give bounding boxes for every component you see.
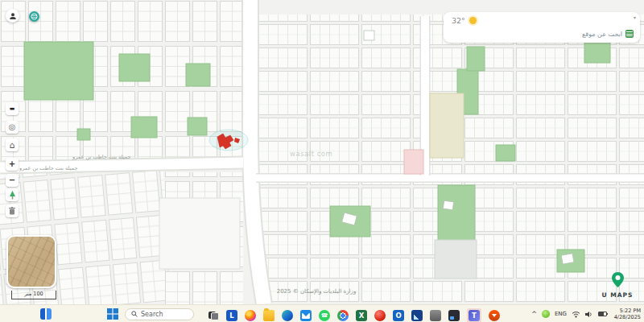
- selected-parcel-marker[interactable]: [209, 130, 248, 151]
- mail-icon[interactable]: [300, 310, 312, 321]
- satellite-view-thumbnail[interactable]: [6, 235, 56, 288]
- clock-date: 4/28/2025: [612, 314, 641, 320]
- chevron-down-icon[interactable]: ▾: [634, 14, 636, 20]
- crosshair-icon: ◎: [9, 123, 16, 131]
- snipping-tool-icon[interactable]: [448, 310, 460, 321]
- teams-icon[interactable]: T: [469, 310, 480, 321]
- firefox-icon[interactable]: [245, 310, 256, 321]
- delete-button[interactable]: [6, 204, 19, 217]
- taskbar-clock[interactable]: 5:22 PM 4/28/2025: [612, 308, 641, 321]
- wifi-icon[interactable]: [572, 311, 580, 318]
- street-name-label: جميلة بنت حاطب بن عمرو: [72, 154, 130, 160]
- plus-icon: +: [9, 160, 15, 168]
- steam-icon[interactable]: [430, 310, 441, 321]
- trash-icon: [9, 207, 15, 215]
- whatsapp-icon[interactable]: ☎: [319, 310, 330, 321]
- tree-icon: [9, 191, 16, 200]
- brand-name: U MAPS: [597, 291, 638, 299]
- beige-zone-block[interactable]: [430, 93, 464, 158]
- windows-taskbar: Search L ☎ X O T ^ ENG: [0, 304, 644, 322]
- edge-icon[interactable]: [282, 310, 293, 321]
- battery-icon[interactable]: [598, 312, 607, 316]
- home-button[interactable]: ⌂: [6, 138, 19, 151]
- legend-button[interactable]: ▬: [6, 102, 19, 115]
- outlook-icon[interactable]: O: [393, 310, 404, 321]
- user-avatar-button[interactable]: [6, 9, 19, 23]
- zoom-in-button[interactable]: +: [6, 158, 19, 171]
- street-name-label: جميلة بنت حاطب بن عمرو: [19, 165, 77, 171]
- grid-menu-icon[interactable]: [625, 30, 634, 38]
- taskbar-search-input[interactable]: Search: [125, 308, 194, 320]
- language-indicator[interactable]: ENG: [555, 311, 567, 317]
- person-icon: [9, 12, 17, 20]
- widgets-icon[interactable]: [40, 308, 52, 320]
- tray-green-app-icon[interactable]: [542, 310, 550, 318]
- scale-label: 100 متر: [24, 291, 43, 297]
- map-header-panel: 32° ابحث عن موقع ▾: [444, 12, 640, 43]
- legend-icon: ▬: [10, 106, 15, 112]
- zoom-out-button[interactable]: −: [6, 174, 19, 187]
- globe-icon: [31, 13, 38, 20]
- search-icon: [131, 311, 138, 317]
- file-explorer-icon[interactable]: [263, 310, 275, 321]
- pink-zone-block[interactable]: [404, 150, 423, 174]
- excel-icon[interactable]: X: [356, 310, 367, 321]
- street-tree-button[interactable]: [6, 188, 19, 201]
- app-l-icon[interactable]: L: [226, 310, 237, 321]
- temperature-value: 32°: [452, 16, 465, 25]
- locate-button[interactable]: ◎: [6, 121, 19, 134]
- gray-zone-block[interactable]: [435, 240, 477, 279]
- brave-icon[interactable]: [489, 310, 500, 321]
- pinned-apps: L ☎ X O T: [208, 308, 500, 322]
- map-search-input[interactable]: ابحث عن موقع: [582, 30, 634, 38]
- taskbar-search-placeholder: Search: [141, 311, 163, 318]
- volume-icon[interactable]: [585, 311, 593, 318]
- start-button[interactable]: [107, 308, 118, 320]
- home-icon: ⌂: [10, 141, 15, 150]
- map-pin-icon: [612, 272, 624, 287]
- task-view-icon[interactable]: [208, 310, 219, 321]
- teams-active-highlight[interactable]: T: [467, 308, 481, 322]
- minus-icon: −: [9, 176, 15, 184]
- map-scale-bar: 100 متر: [11, 291, 56, 299]
- system-tray: ^ ENG 5:22 PM 4/28/2025: [531, 305, 641, 322]
- chrome-icon[interactable]: [337, 310, 349, 321]
- umaps-brand: U MAPS: [597, 272, 638, 299]
- tray-expand-icon[interactable]: ^: [531, 311, 537, 318]
- map-application-window: ▬ ◎ ⌂ + − 32° ابحث عن موقع ▾ جميلة بنت: [0, 0, 644, 322]
- search-placeholder: ابحث عن موقع: [582, 31, 622, 38]
- map-attribution: وزارة البلديات والإسكان © 2025: [256, 288, 377, 295]
- red-sphere-app-icon[interactable]: [374, 310, 386, 321]
- watermark-text: wasalt com: [290, 150, 332, 158]
- weather-widget[interactable]: 32°: [452, 16, 477, 25]
- layers-globe-button[interactable]: [29, 11, 39, 22]
- clock-time: 5:22 PM: [612, 308, 641, 314]
- photos-icon[interactable]: [411, 310, 423, 321]
- sun-icon: [469, 17, 477, 24]
